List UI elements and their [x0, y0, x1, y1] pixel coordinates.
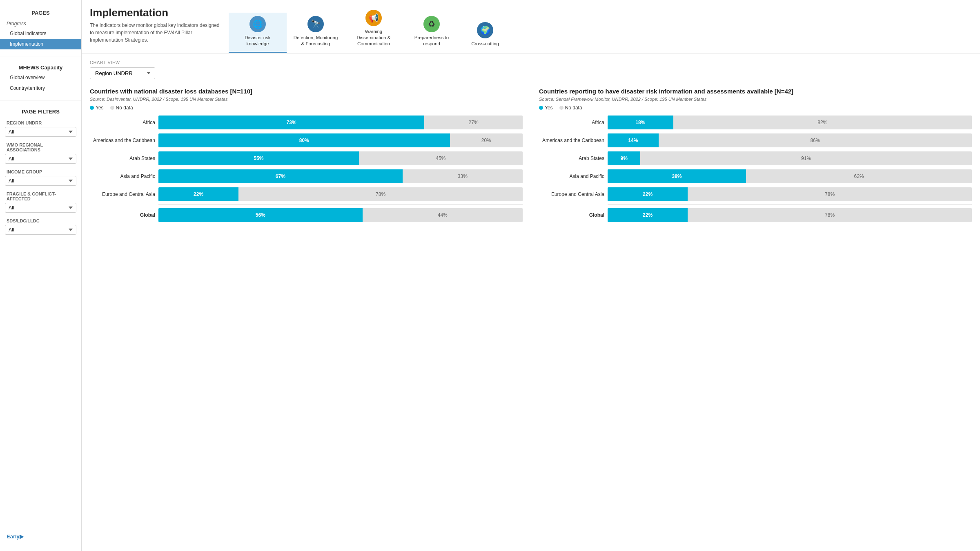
legend-yes-1: Yes	[90, 105, 104, 111]
chart2-separator	[608, 204, 972, 205]
bar-row: Asia and Pacific38%62%	[539, 169, 972, 183]
header: Implementation The indicators below moni…	[82, 0, 980, 53]
tab-detection-monitoring[interactable]: 🔭 Detection, Monitoring & Forecasting	[287, 13, 345, 53]
tab-icon-disaster-risk: 🌐	[249, 16, 266, 32]
mhews-group: MHEWS Capacity Global overview Country/t…	[0, 61, 81, 93]
tab-icon-detection: 🔭	[307, 16, 324, 32]
tab-icon-cross-cutting: 🌍	[477, 22, 493, 38]
sidebar-item-global-indicators[interactable]: Global indicators	[0, 28, 81, 39]
bar-yes-segment: 9%	[608, 151, 640, 165]
legend-no-2: No data	[559, 105, 582, 111]
bar-no-global: 78%	[688, 208, 972, 222]
bar-label: Africa	[539, 120, 604, 125]
legend-yes-label-2: Yes	[545, 105, 553, 111]
sidebar-bottom-label: Early▶	[0, 529, 81, 544]
tab-icon-warning: 📢	[365, 10, 382, 26]
region-undrr-dropdown[interactable]: Region UNDRR	[90, 67, 155, 79]
progress-group: Progress Global indicators Implementatio…	[0, 19, 81, 49]
page-subtitle: The indicators below monitor global key …	[90, 22, 220, 44]
bar-row: Africa18%82%	[539, 116, 972, 129]
chart1-global: Global56%44%	[90, 208, 523, 222]
bar-no-segment: 86%	[659, 133, 972, 147]
filter-label-wmo: WMO REGIONAL ASSOCIATIONS	[0, 141, 81, 153]
bar-yes-segment: 38%	[608, 169, 746, 183]
bar-row: Americas and the Caribbean80%20%	[90, 133, 523, 147]
tab-preparedness[interactable]: ♻ Preparedness to respond	[403, 13, 461, 53]
tab-warning-dissemination[interactable]: 📢 Warning Dissemination & Communication	[345, 7, 403, 53]
sidebar-item-global-overview[interactable]: Global overview	[0, 72, 81, 83]
bar-label: Africa	[90, 120, 155, 125]
filter-row: Region UNDRR	[90, 67, 972, 79]
legend-no-1: No data	[110, 105, 133, 111]
filter-select-sds[interactable]: All	[5, 225, 76, 235]
content-area: CHART VIEW Region UNDRR Countries with n…	[82, 53, 980, 551]
chart2: Countries reporting to have disaster ris…	[539, 87, 972, 222]
bar-yes-segment: 14%	[608, 133, 659, 147]
legend-no-label-2: No data	[565, 105, 582, 111]
chart1-legend: Yes No data	[90, 105, 523, 111]
bar-container: 73%27%	[158, 116, 523, 129]
chart2-bars: Africa18%82%Americas and the Caribbean14…	[539, 116, 972, 201]
sidebar-item-implementation[interactable]: Implementation	[0, 39, 81, 49]
legend-yes-label-1: Yes	[96, 105, 104, 111]
chart2-source: Source: Sendai Framework Monitor, UNDRR,…	[539, 97, 972, 102]
tab-label-disaster-risk: Disaster risk knowledge	[235, 35, 280, 47]
filters-title: PAGE FILTERS	[0, 105, 81, 117]
tab-cross-cutting[interactable]: 🌍 Cross-cutting	[461, 19, 510, 53]
filter-select-wmo[interactable]: All	[5, 154, 76, 164]
bar-no-segment: 91%	[640, 151, 972, 165]
nav-tabs: 🌐 Disaster risk knowledge 🔭 Detection, M…	[229, 7, 972, 53]
sidebar: PAGES Progress Global indicators Impleme…	[0, 0, 82, 551]
bar-yes-segment: 55%	[158, 151, 359, 165]
bar-label: Europe and Central Asia	[90, 191, 155, 197]
bar-yes-segment: 18%	[608, 116, 673, 129]
progress-label: Progress	[0, 19, 81, 28]
filter-sds-ldc: SDS/LDC/LLDC All	[0, 217, 81, 237]
bar-container: 18%82%	[608, 116, 972, 129]
charts-row: Countries with national disaster loss da…	[90, 87, 972, 222]
bar-row: Americas and the Caribbean14%86%	[539, 133, 972, 147]
filter-select-fragile[interactable]: All	[5, 203, 76, 213]
filter-income-group: INCOME GROUP All	[0, 168, 81, 188]
bar-label: Americas and the Caribbean	[90, 138, 155, 143]
header-title-block: Implementation The indicators below moni…	[90, 7, 229, 50]
filter-label-income: INCOME GROUP	[0, 168, 81, 175]
legend-dot-yes-1	[90, 106, 94, 110]
sidebar-item-country-territory[interactable]: Country/territory	[0, 83, 81, 93]
tab-icon-preparedness: ♻	[423, 16, 440, 32]
bar-yes-segment: 67%	[158, 169, 403, 183]
bar-container: 22%78%	[608, 187, 972, 201]
tab-disaster-risk-knowledge[interactable]: 🌐 Disaster risk knowledge	[229, 13, 287, 53]
bar-container: 67%33%	[158, 169, 523, 183]
chart2-title: Countries reporting to have disaster ris…	[539, 87, 972, 96]
bar-no-segment: 78%	[688, 187, 972, 201]
chart1-title: Countries with national disaster loss da…	[90, 87, 523, 96]
bar-label: Asia and Pacific	[539, 173, 604, 179]
bar-no-segment: 33%	[403, 169, 523, 183]
bar-no-segment: 78%	[238, 187, 523, 201]
bar-row: Europe and Central Asia22%78%	[90, 187, 523, 201]
bar-no-segment: 82%	[673, 116, 972, 129]
bar-label: Americas and the Caribbean	[539, 138, 604, 143]
bar-no-segment: 62%	[746, 169, 972, 183]
page-title: Implementation	[90, 7, 229, 19]
filter-select-region[interactable]: All	[5, 127, 76, 137]
bar-no-segment: 45%	[359, 151, 523, 165]
bar-no-global: 44%	[363, 208, 523, 222]
bar-no-segment: 27%	[424, 116, 523, 129]
bar-container: 80%20%	[158, 133, 523, 147]
tab-label-warning: Warning Dissemination & Communication	[351, 29, 396, 47]
chart1-separator	[158, 204, 523, 205]
legend-yes-2: Yes	[539, 105, 553, 111]
pages-title: PAGES	[0, 7, 81, 18]
filter-label-region: REGION UNDRR	[0, 119, 81, 126]
bar-yes-global: 22%	[608, 208, 688, 222]
mhews-title: MHEWS Capacity	[0, 61, 81, 72]
legend-dot-no-2	[559, 106, 564, 110]
chart2-legend: Yes No data	[539, 105, 972, 111]
bar-container: 14%86%	[608, 133, 972, 147]
filter-select-income[interactable]: All	[5, 176, 76, 186]
bar-yes-segment: 22%	[158, 187, 238, 201]
bar-row: Arab States55%45%	[90, 151, 523, 165]
bar-container: 22%78%	[158, 187, 523, 201]
